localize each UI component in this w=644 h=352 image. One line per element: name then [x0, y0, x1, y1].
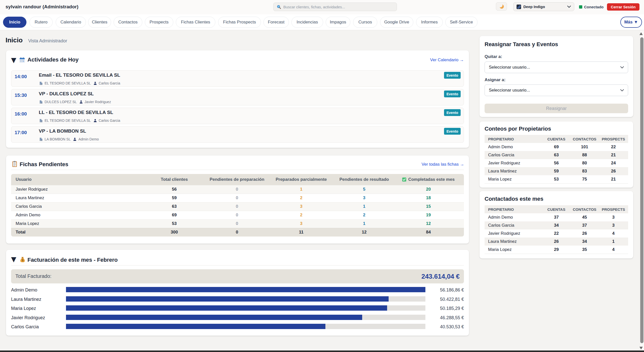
- svg-text:$: $: [22, 259, 23, 262]
